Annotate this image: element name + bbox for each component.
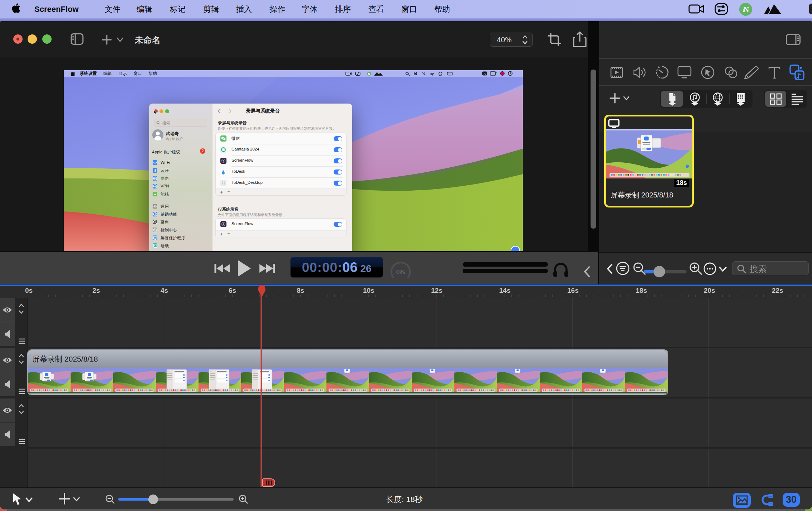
- svg-text:N: N: [744, 5, 749, 14]
- svg-text:0%: 0%: [396, 269, 405, 276]
- svg-text:N: N: [368, 72, 370, 76]
- svg-text:A: A: [483, 72, 486, 76]
